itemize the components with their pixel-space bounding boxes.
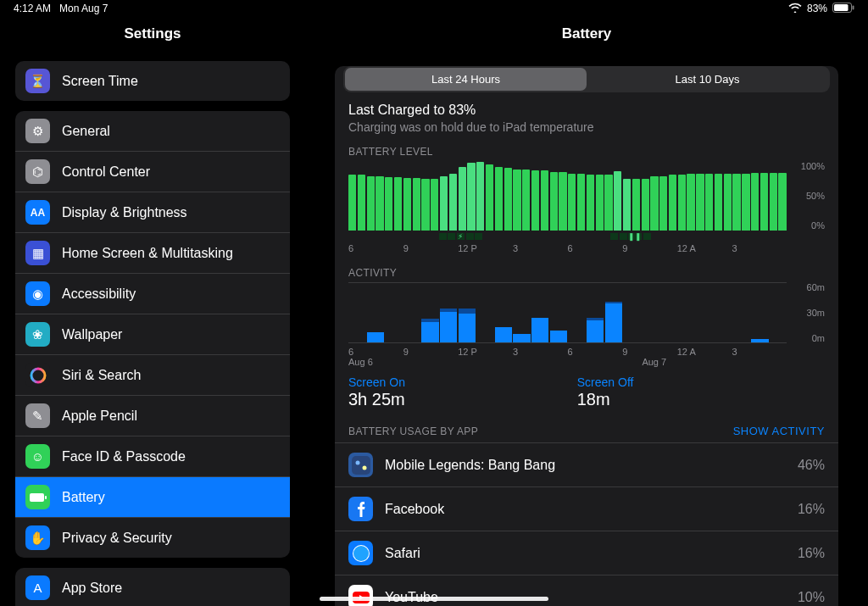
app-row-mlbb[interactable]: Mobile Legends: Bang Bang46%: [335, 442, 838, 486]
activity-x-axis: 6912 P36912 A3: [348, 347, 787, 357]
y-tick: 30m: [792, 308, 825, 318]
charging-cell: [706, 233, 714, 240]
battery-level-bar: [559, 172, 566, 231]
battery-level-bar: [751, 173, 759, 231]
activity-bar: [513, 334, 530, 342]
main-title: Battery: [305, 25, 868, 42]
battery-level-bar: [742, 174, 749, 231]
battery-level-bar: [358, 175, 365, 231]
battery-level-x-axis: 6912 P36912 A3: [348, 243, 787, 253]
segment-last-10-days[interactable]: Last 10 Days: [587, 68, 828, 91]
sidebar-item-label: App Store: [62, 581, 280, 596]
activity-date-axis: Aug 6 Aug 7: [348, 357, 787, 367]
battery-level-bar: [650, 176, 658, 231]
sidebar-item-label: Privacy & Security: [62, 531, 280, 546]
charging-cell: [412, 233, 420, 240]
charging-cell: [547, 233, 554, 240]
charging-cell: ❚❚: [628, 233, 642, 240]
battery-level-bar: [724, 174, 732, 231]
sidebar-item-label: Wallpaper: [62, 327, 280, 342]
x-tick: 12 P: [458, 347, 513, 357]
charging-cell: [653, 233, 660, 240]
battery-level-bar: [385, 177, 392, 231]
charging-cell: [520, 233, 527, 240]
sidebar-item-privacy[interactable]: ✋Privacy & Security: [15, 517, 290, 558]
svg-point-14: [353, 546, 369, 561]
sidebar-item-label: Display & Brightness: [62, 205, 280, 220]
sidebar-item-label: Control Center: [62, 164, 280, 180]
y-tick: 0m: [792, 333, 825, 343]
date-label-1: Aug 6: [348, 357, 642, 367]
sidebar-item-face-id[interactable]: ☺Face ID & Passcode: [15, 436, 290, 476]
segment-last-24-hours[interactable]: Last 24 Hours: [345, 68, 587, 91]
battery-level-bar: [632, 179, 640, 231]
x-tick: 12 P: [458, 243, 513, 253]
screen-off-value: 18m: [577, 390, 806, 409]
battery-level-bar: [440, 176, 448, 231]
charging-cell: [574, 233, 581, 240]
sidebar-item-screen-time[interactable]: ⏳Screen Time: [15, 61, 290, 101]
x-tick: 6: [348, 243, 403, 253]
sidebar-item-general[interactable]: ⚙︎General: [15, 111, 290, 151]
sidebar-item-label: Apple Pencil: [62, 409, 280, 424]
battery-level-bar: [394, 177, 402, 231]
battery-level-bar: [778, 173, 786, 231]
app-row-facebook[interactable]: Facebook16%: [335, 486, 838, 531]
x-tick: 6: [568, 347, 623, 357]
charging-cell: [643, 233, 651, 240]
battery-level-bar: [678, 175, 686, 231]
gear-icon: ⚙︎: [25, 119, 50, 143]
home-indicator[interactable]: [320, 597, 548, 601]
charging-indicator-strip: ⚡︎❚❚: [348, 233, 787, 240]
grid-icon: ▦: [25, 241, 50, 265]
battery-level-chart: [348, 161, 787, 231]
x-tick: 3: [513, 243, 568, 253]
activity-bar: [550, 331, 567, 342]
sidebar-item-home-screen[interactable]: ▦Home Screen & Multitasking: [15, 232, 290, 273]
x-tick: 6: [348, 347, 403, 357]
battery-level-y-axis: 100%50%0%: [787, 161, 825, 231]
battery-level-bar: [732, 174, 740, 231]
show-activity-button[interactable]: SHOW ACTIVITY: [733, 425, 825, 437]
sidebar-item-display-brightness[interactable]: AADisplay & Brightness: [15, 192, 290, 232]
battery-icon: [832, 3, 854, 15]
battery-level-bar: [770, 173, 777, 231]
hand-icon: ✋: [25, 525, 50, 550]
usage-by-app-label: BATTERY USAGE BY APP: [348, 425, 478, 437]
sidebar: ⏳Screen Time⚙︎General⌬Control CenterAADi…: [0, 51, 305, 606]
usage-summary-row: Screen On 3h 25m Screen Off 18m: [335, 367, 838, 421]
svg-point-12: [362, 465, 366, 470]
charging-cell: [725, 233, 732, 240]
battery-level-bar: [486, 164, 493, 231]
app-row-safari[interactable]: Safari16%: [335, 531, 838, 575]
charging-cell: [593, 233, 600, 240]
battery-level-bar: [587, 175, 594, 231]
x-tick: 3: [513, 347, 568, 357]
sidebar-item-control-center[interactable]: ⌬Control Center: [15, 151, 290, 192]
sidebar-item-wallpaper[interactable]: ❀Wallpaper: [15, 314, 290, 354]
sidebar-item-apple-pencil[interactable]: ✎Apple Pencil: [15, 395, 290, 436]
svg-point-3: [31, 369, 45, 382]
activity-bar: [440, 309, 457, 342]
x-tick: 12 A: [677, 243, 732, 253]
activity-label: ACTIVITY: [348, 267, 825, 279]
svg-rect-1: [834, 4, 849, 11]
battery-level-bar: [541, 170, 548, 231]
charging-cell: [493, 233, 501, 240]
sidebar-title: Settings: [0, 25, 305, 42]
sidebar-item-accessibility[interactable]: ◉Accessibility: [15, 273, 290, 314]
app-row-youtube[interactable]: YouTube10%: [335, 575, 838, 606]
charging-cell: [743, 233, 750, 240]
sidebar-item-siri-search[interactable]: Siri & Search: [15, 354, 290, 395]
app-pct-label: 46%: [798, 458, 825, 473]
x-tick: 9: [403, 243, 459, 253]
charging-cell: [610, 233, 618, 240]
siri-icon: [25, 363, 50, 387]
activity-bar: [605, 302, 622, 342]
screen-on-value: 3h 25m: [348, 390, 577, 409]
sidebar-item-battery[interactable]: Battery: [15, 476, 290, 517]
sidebar-item-app-store[interactable]: AApp Store: [15, 568, 290, 606]
x-tick: 12 A: [677, 347, 732, 357]
battery-icon: [25, 485, 50, 509]
main-content: Last 24 HoursLast 10 Days Last Charged t…: [305, 51, 868, 606]
